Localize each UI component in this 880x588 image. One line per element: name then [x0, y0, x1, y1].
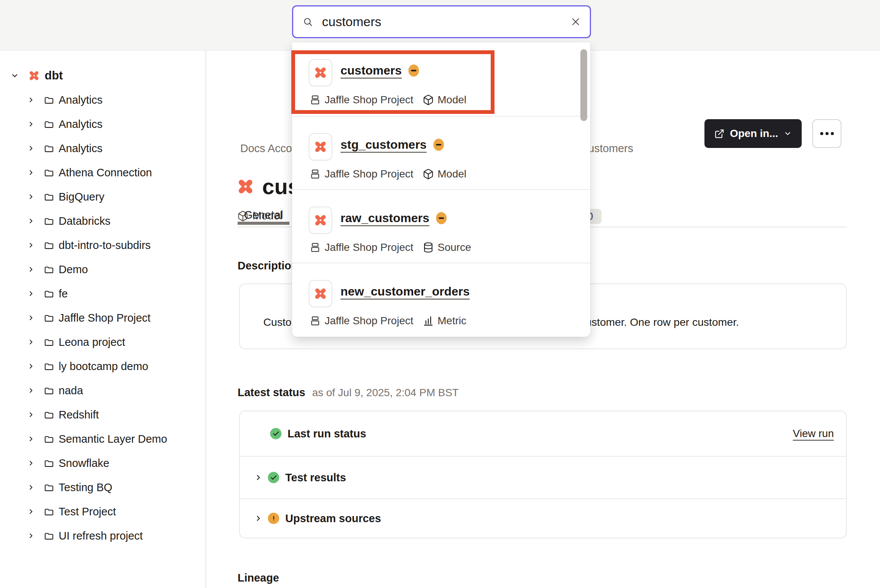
result-project: Jaffle Shop Project	[325, 241, 414, 254]
annotation-rectangle	[291, 50, 494, 114]
sidebar-project-label: fe	[59, 288, 68, 300]
sidebar-project-item[interactable]: fe	[0, 282, 205, 306]
sidebar-project-item[interactable]: Databricks	[0, 209, 205, 233]
search-result-item[interactable]: new_customer_orders Jaffle Shop Project …	[292, 263, 590, 336]
sidebar-project-item[interactable]: Analytics	[0, 88, 205, 112]
chevron-right-icon[interactable]	[27, 241, 35, 249]
dbt-logo-icon	[28, 70, 40, 82]
chevron-right-icon[interactable]	[27, 193, 35, 201]
chevron-right-icon[interactable]	[27, 508, 35, 515]
sidebar-project-item[interactable]: Analytics	[0, 136, 205, 160]
sidebar-project-label: Databricks	[59, 215, 110, 227]
chevron-right-icon[interactable]	[254, 514, 263, 523]
sidebar-project-label: Analytics	[59, 94, 103, 106]
external-link-icon	[714, 129, 725, 139]
chevron-right-icon[interactable]	[27, 145, 35, 152]
chevron-right-icon[interactable]	[27, 290, 35, 297]
search-input[interactable]	[321, 14, 571, 30]
tab-general[interactable]: General	[244, 209, 283, 221]
test-results-row[interactable]: Test results	[240, 456, 846, 498]
result-project: Jaffle Shop Project	[325, 168, 414, 180]
chevron-right-icon[interactable]	[27, 314, 35, 322]
sidebar-project-item[interactable]: Snowflake	[0, 451, 205, 475]
chevron-right-icon[interactable]	[27, 484, 35, 491]
sidebar-project-label: Demo	[59, 263, 88, 276]
status-card: Last run status View run Test results	[239, 411, 847, 538]
sidebar-project-item[interactable]: BigQuery	[0, 185, 205, 209]
project-icon	[309, 168, 321, 180]
sidebar-project-item[interactable]: ly bootcamp demo	[0, 354, 205, 378]
description-heading: Description	[238, 260, 298, 272]
result-name-link[interactable]: new_customer_orders	[340, 285, 470, 299]
chevron-right-icon[interactable]	[27, 411, 35, 418]
result-name-link[interactable]: raw_customers	[340, 211, 429, 225]
sidebar-project-label: UI refresh project	[59, 530, 143, 542]
result-type: Model	[438, 168, 466, 180]
more-options-button[interactable]	[812, 119, 841, 148]
page-actions: Open in...	[704, 119, 841, 148]
latest-status-heading: Latest status	[238, 386, 305, 399]
sidebar-project-item[interactable]: Athena Connection	[0, 160, 205, 185]
chevron-right-icon[interactable]	[27, 96, 35, 104]
folder-icon	[44, 434, 54, 444]
sidebar-project-item[interactable]: Leona project	[0, 330, 205, 354]
chevron-right-icon[interactable]	[27, 435, 35, 443]
dropdown-scrollbar[interactable]	[580, 49, 587, 121]
latest-status-timestamp: as of Jul 9, 2025, 2:04 PM BST	[312, 387, 459, 399]
result-project: Jaffle Shop Project	[325, 315, 414, 327]
sidebar-project-item[interactable]: Analytics	[0, 112, 205, 136]
close-icon[interactable]	[571, 17, 581, 27]
chevron-right-icon[interactable]	[27, 532, 35, 540]
sidebar-project-label: nada	[59, 384, 83, 397]
sidebar-project-item[interactable]: dbt-intro-to-subdirs	[0, 233, 205, 257]
metric-chart-icon	[423, 315, 434, 327]
result-icon-box	[309, 207, 332, 234]
chevron-right-icon[interactable]	[27, 459, 35, 467]
chevron-right-icon[interactable]	[27, 338, 35, 346]
last-run-status-label: Last run status	[288, 428, 366, 440]
folder-icon	[44, 458, 54, 468]
active-tab-underline	[238, 222, 289, 225]
sidebar-project-item[interactable]: Test Project	[0, 499, 205, 524]
chevron-down-icon[interactable]	[11, 72, 19, 80]
sidebar-project-label: Analytics	[59, 142, 103, 155]
sidebar-project-item[interactable]: Testing BQ	[0, 475, 205, 499]
chevron-right-icon[interactable]	[27, 387, 35, 394]
chevron-right-icon[interactable]	[254, 473, 263, 482]
folder-icon	[44, 289, 54, 299]
folder-icon	[44, 216, 54, 226]
chevron-right-icon[interactable]	[27, 266, 35, 273]
folder-icon	[44, 119, 54, 129]
upstream-sources-row[interactable]: Upstream sources	[240, 498, 846, 538]
sidebar-project-label: Athena Connection	[59, 166, 152, 179]
sidebar-project-label: Analytics	[59, 118, 103, 131]
chevron-right-icon[interactable]	[27, 120, 35, 128]
folder-icon	[44, 192, 54, 202]
sidebar-project-item[interactable]: Semantic Layer Demo	[0, 427, 205, 451]
breadcrumb-fragment-right: customers	[583, 142, 633, 155]
sidebar-project-label: Jaffle Shop Project	[59, 312, 151, 324]
result-name-link[interactable]: stg_customers	[340, 138, 427, 152]
chevron-right-icon[interactable]	[27, 362, 35, 370]
open-in-button[interactable]: Open in...	[704, 119, 802, 148]
chevron-right-icon[interactable]	[27, 169, 35, 176]
folder-icon	[44, 264, 54, 275]
result-type: Source	[438, 241, 471, 254]
dbt-logo-icon	[313, 286, 328, 301]
sidebar-project-item[interactable]: Demo	[0, 257, 205, 282]
search-result-item[interactable]: stg_customers Jaffle Shop Project M	[292, 116, 590, 189]
folder-icon	[44, 240, 54, 250]
result-type: Metric	[438, 315, 466, 327]
chevron-right-icon[interactable]	[27, 217, 35, 225]
sidebar-project-item[interactable]: Jaffle Shop Project	[0, 306, 205, 330]
sidebar-root-dbt[interactable]: dbt	[0, 64, 205, 88]
source-database-icon	[423, 242, 434, 253]
search-result-item[interactable]: raw_customers Jaffle Shop Project S	[292, 189, 590, 263]
view-run-link[interactable]: View run	[793, 428, 834, 440]
sidebar-project-item[interactable]: UI refresh project	[0, 524, 205, 548]
sidebar-project-item[interactable]: Redshift	[0, 403, 205, 427]
folder-icon	[44, 507, 54, 517]
sidebar-project-item[interactable]: nada	[0, 378, 205, 403]
search-icon	[303, 17, 313, 27]
result-icon-box	[309, 280, 332, 307]
